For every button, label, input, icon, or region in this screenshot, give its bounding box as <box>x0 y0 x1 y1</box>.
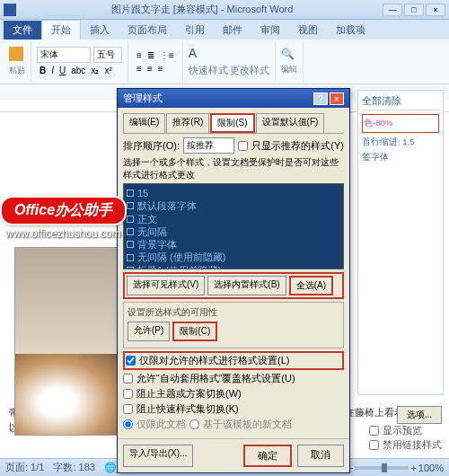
ok-button[interactable]: 确定 <box>243 445 292 467</box>
import-export-button[interactable]: 导入/导出(X)... <box>123 445 193 467</box>
maximize-button[interactable]: □ <box>404 4 424 16</box>
styles-pane-clear[interactable]: 全部清除 <box>362 94 439 110</box>
dialog-close-button[interactable]: × <box>330 93 344 105</box>
sub-button[interactable]: x₂ <box>88 65 101 76</box>
tab-mailings[interactable]: 邮件 <box>214 21 251 40</box>
quick-styles-label[interactable]: 快速样式 <box>189 65 228 75</box>
strike-button[interactable]: abc <box>68 65 88 76</box>
font-family-select[interactable]: 宋体 <box>37 47 91 63</box>
bullets-icon[interactable]: ≡ <box>134 49 145 61</box>
paste-label: 粘贴 <box>9 65 25 76</box>
block-quickstyle-label: 阻止快速样式集切换(K) <box>136 402 239 416</box>
sort-label: 排序顺序(O): <box>123 139 180 153</box>
paste-icon[interactable] <box>9 47 23 61</box>
sort-select[interactable]: 按推荐 <box>183 137 234 154</box>
dialog-description: 选择一个或多个样式，设置文档受保护时是否可对这些样式进行格式更改 <box>123 156 344 181</box>
dialog-titlebar: 管理样式 ? × <box>118 89 349 108</box>
bold-button[interactable]: B <box>37 65 48 76</box>
change-styles-label[interactable]: 更改样式 <box>230 65 269 75</box>
close-button[interactable]: × <box>426 4 445 16</box>
tab-layout[interactable]: 页面布局 <box>119 21 176 40</box>
numbering-icon[interactable]: ≣ <box>145 49 157 61</box>
dialog-help-button[interactable]: ? <box>313 93 328 105</box>
cancel-button[interactable]: 取消 <box>297 445 344 467</box>
template-radio[interactable] <box>189 419 199 429</box>
document-image <box>14 247 122 436</box>
manage-styles-dialog: 管理样式 ? × 编辑(E) 推荐(R) 限制(S) 设置默认值(F) 排序顺序… <box>117 88 350 473</box>
dialog-tab-restrict[interactable]: 限制(S) <box>210 113 254 133</box>
show-preview-checkbox[interactable] <box>369 426 379 436</box>
disable-linked-checkbox[interactable] <box>369 440 379 450</box>
underline-button[interactable]: U <box>57 65 68 76</box>
autoformat-checkbox[interactable] <box>123 374 133 383</box>
align-right-icon[interactable]: ≡ <box>155 63 166 75</box>
tab-review[interactable]: 审阅 <box>251 21 289 40</box>
style-item[interactable]: 签字体 <box>362 150 439 165</box>
only-doc-radio[interactable] <box>123 419 133 429</box>
tab-home[interactable]: 开始 <box>41 20 81 40</box>
editing-label: 编辑 <box>281 64 297 75</box>
restrict-button[interactable]: 限制(C) <box>172 322 217 341</box>
block-theme-checkbox[interactable] <box>123 389 133 399</box>
align-center-icon[interactable]: ≡ <box>145 63 155 75</box>
block-theme-label: 阻止主题或方案切换(W) <box>136 387 242 401</box>
tab-view[interactable]: 视图 <box>289 21 327 40</box>
only-allowed-checkbox[interactable] <box>126 356 136 366</box>
window-title: 图片跟文字走 [兼容模式] - Microsoft Word <box>22 3 383 16</box>
styles-pane-footer: 显示预览 禁用链接样式 <box>369 423 442 453</box>
select-visible-button[interactable]: 选择可见样式(V) <box>127 276 205 295</box>
zoom-in-button[interactable]: + <box>410 463 416 473</box>
select-builtin-button[interactable]: 选择内置样式(B) <box>207 276 286 295</box>
status-words[interactable]: 字数: 183 <box>53 461 94 474</box>
dialog-tab-defaults[interactable]: 设置默认值(F) <box>256 113 325 133</box>
zoom-slider[interactable] <box>355 466 409 470</box>
italic-button[interactable]: I <box>48 65 57 76</box>
align-left-icon[interactable]: ≡ <box>134 63 145 75</box>
autoformat-label: 允许“自动套用格式”覆盖格式设置(U) <box>136 372 295 385</box>
status-page[interactable]: 页面: 1/1 <box>5 461 44 474</box>
word-app-icon <box>4 4 16 16</box>
minimize-button[interactable]: — <box>383 4 402 16</box>
styles-pane: 全部清除 色-80% 首行缩进: 1.5 签字体 <box>357 90 444 395</box>
block-quickstyle-checkbox[interactable] <box>123 404 133 414</box>
window-titlebar: 图片跟文字走 [兼容模式] - Microsoft Word — □ × <box>0 0 449 20</box>
ribbon: 粘贴 宋体 五号 BIUabcx₂x² ≡≣⋮≡ ≡≡≡ A 快速样式 更改样式… <box>0 40 449 84</box>
dialog-title: 管理样式 <box>123 92 313 105</box>
availability-label: 设置所选样式的可用性 <box>128 306 339 319</box>
styles-listbox[interactable]: 15 默认段落字体 正文 无间隔 背景字体 无间隔 (使用前隐藏) 标题1 (使… <box>123 183 344 269</box>
style-item[interactable]: 首行缩进: 1.5 <box>362 135 439 150</box>
multilevel-icon[interactable]: ⋮≡ <box>157 49 177 61</box>
select-all-button[interactable]: 全选(A) <box>289 276 333 295</box>
zoom-level[interactable]: 100% <box>418 463 444 473</box>
tab-references[interactable]: 引用 <box>176 21 214 40</box>
tab-insert[interactable]: 插入 <box>81 21 119 40</box>
tab-addins[interactable]: 加载项 <box>327 21 374 40</box>
style-item[interactable]: 色-80% <box>364 116 437 131</box>
dialog-tab-recommend[interactable]: 推荐(R) <box>166 113 209 133</box>
allow-button[interactable]: 允许(P) <box>128 322 170 341</box>
font-size-select[interactable]: 五号 <box>93 47 122 63</box>
tab-file[interactable]: 文件 <box>4 21 41 40</box>
ribbon-tabs: 文件 开始 插入 页面布局 引用 邮件 审阅 视图 加载项 <box>0 20 449 40</box>
show-recommended-label: 只显示推荐的样式(Y) <box>251 139 344 153</box>
options-button[interactable]: 选项... <box>397 406 442 424</box>
show-recommended-checkbox[interactable] <box>238 141 248 151</box>
dialog-tab-edit[interactable]: 编辑(E) <box>123 113 165 133</box>
only-allowed-label: 仅限对允许的样式进行格式设置(L) <box>139 354 289 367</box>
sup-button[interactable]: x² <box>101 65 114 76</box>
